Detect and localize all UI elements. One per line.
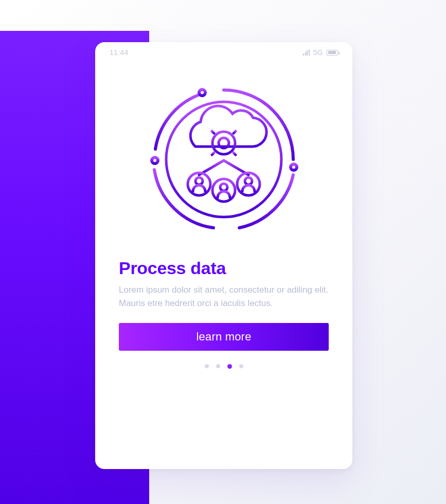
status-time: 11:44: [110, 48, 129, 57]
signal-icon: [303, 49, 310, 56]
stage: 11:44 5G: [0, 0, 446, 504]
svg-point-2: [152, 157, 158, 164]
svg-point-20: [220, 184, 227, 191]
cta-row: learn more: [95, 311, 352, 351]
body-text: Lorem ipsum dolor sit amet, consectetur …: [119, 283, 329, 311]
learn-more-button[interactable]: learn more: [119, 323, 329, 351]
svg-point-22: [245, 177, 252, 185]
battery-icon: [327, 50, 338, 56]
cloud-process-users-icon: [136, 72, 311, 247]
svg-point-1: [291, 164, 297, 170]
page-dot-1[interactable]: [205, 364, 209, 368]
page-dot-4[interactable]: [239, 364, 243, 368]
svg-point-0: [199, 89, 205, 96]
svg-line-13: [234, 131, 236, 133]
pagination-dots: [95, 351, 352, 382]
page-dot-2[interactable]: [216, 364, 220, 368]
hero-illustration: [95, 63, 352, 247]
page-dot-3[interactable]: [227, 364, 232, 369]
svg-point-5: [212, 132, 235, 154]
status-right: 5G: [303, 48, 338, 57]
svg-line-11: [234, 153, 236, 155]
network-label: 5G: [313, 48, 323, 57]
status-bar: 11:44 5G: [95, 42, 352, 63]
page-title: Process data: [119, 258, 329, 278]
phone-frame: 11:44 5G: [95, 42, 352, 469]
svg-point-18: [195, 177, 203, 185]
content-block: Process data Lorem ipsum dolor sit amet,…: [95, 247, 352, 311]
svg-line-12: [212, 153, 214, 155]
svg-line-10: [212, 131, 214, 133]
